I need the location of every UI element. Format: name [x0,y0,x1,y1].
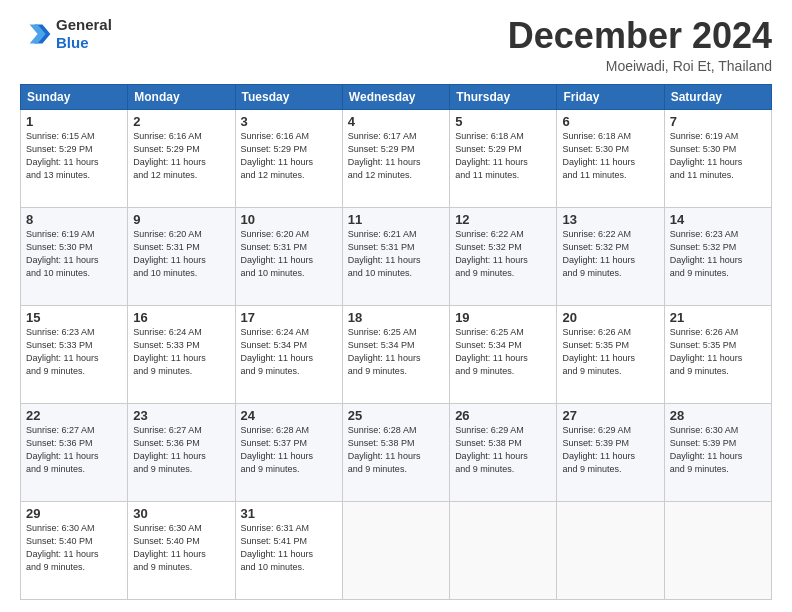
calendar-cell: 4Sunrise: 6:17 AM Sunset: 5:29 PM Daylig… [342,109,449,207]
calendar-cell: 14Sunrise: 6:23 AM Sunset: 5:32 PM Dayli… [664,207,771,305]
day-info: Sunrise: 6:30 AM Sunset: 5:40 PM Dayligh… [26,522,122,574]
day-info: Sunrise: 6:15 AM Sunset: 5:29 PM Dayligh… [26,130,122,182]
day-of-week-header: Thursday [450,84,557,109]
calendar-cell [342,501,449,599]
calendar-cell: 27Sunrise: 6:29 AM Sunset: 5:39 PM Dayli… [557,403,664,501]
day-of-week-header: Wednesday [342,84,449,109]
day-info: Sunrise: 6:20 AM Sunset: 5:31 PM Dayligh… [133,228,229,280]
day-number: 3 [241,114,337,129]
day-info: Sunrise: 6:27 AM Sunset: 5:36 PM Dayligh… [133,424,229,476]
day-info: Sunrise: 6:25 AM Sunset: 5:34 PM Dayligh… [348,326,444,378]
day-number: 28 [670,408,766,423]
day-number: 14 [670,212,766,227]
calendar-cell: 30Sunrise: 6:30 AM Sunset: 5:40 PM Dayli… [128,501,235,599]
calendar-cell: 10Sunrise: 6:20 AM Sunset: 5:31 PM Dayli… [235,207,342,305]
day-info: Sunrise: 6:21 AM Sunset: 5:31 PM Dayligh… [348,228,444,280]
day-info: Sunrise: 6:16 AM Sunset: 5:29 PM Dayligh… [133,130,229,182]
day-info: Sunrise: 6:26 AM Sunset: 5:35 PM Dayligh… [670,326,766,378]
calendar-cell: 18Sunrise: 6:25 AM Sunset: 5:34 PM Dayli… [342,305,449,403]
calendar-header-row: SundayMondayTuesdayWednesdayThursdayFrid… [21,84,772,109]
calendar-cell: 8Sunrise: 6:19 AM Sunset: 5:30 PM Daylig… [21,207,128,305]
day-info: Sunrise: 6:22 AM Sunset: 5:32 PM Dayligh… [455,228,551,280]
day-of-week-header: Saturday [664,84,771,109]
day-number: 11 [348,212,444,227]
day-info: Sunrise: 6:30 AM Sunset: 5:40 PM Dayligh… [133,522,229,574]
day-number: 26 [455,408,551,423]
day-info: Sunrise: 6:27 AM Sunset: 5:36 PM Dayligh… [26,424,122,476]
logo-blue: Blue [56,34,89,51]
day-number: 6 [562,114,658,129]
calendar-cell: 31Sunrise: 6:31 AM Sunset: 5:41 PM Dayli… [235,501,342,599]
day-number: 31 [241,506,337,521]
day-info: Sunrise: 6:19 AM Sunset: 5:30 PM Dayligh… [26,228,122,280]
calendar-cell: 24Sunrise: 6:28 AM Sunset: 5:37 PM Dayli… [235,403,342,501]
calendar-cell: 28Sunrise: 6:30 AM Sunset: 5:39 PM Dayli… [664,403,771,501]
location: Moeiwadi, Roi Et, Thailand [508,58,772,74]
header: General Blue December 2024 Moeiwadi, Roi… [20,16,772,74]
logo-icon [20,18,52,50]
day-info: Sunrise: 6:24 AM Sunset: 5:33 PM Dayligh… [133,326,229,378]
day-number: 21 [670,310,766,325]
calendar-cell: 29Sunrise: 6:30 AM Sunset: 5:40 PM Dayli… [21,501,128,599]
day-info: Sunrise: 6:17 AM Sunset: 5:29 PM Dayligh… [348,130,444,182]
day-info: Sunrise: 6:20 AM Sunset: 5:31 PM Dayligh… [241,228,337,280]
day-info: Sunrise: 6:29 AM Sunset: 5:39 PM Dayligh… [562,424,658,476]
calendar-cell: 17Sunrise: 6:24 AM Sunset: 5:34 PM Dayli… [235,305,342,403]
day-number: 4 [348,114,444,129]
day-info: Sunrise: 6:18 AM Sunset: 5:30 PM Dayligh… [562,130,658,182]
calendar-cell: 6Sunrise: 6:18 AM Sunset: 5:30 PM Daylig… [557,109,664,207]
calendar-week-row: 15Sunrise: 6:23 AM Sunset: 5:33 PM Dayli… [21,305,772,403]
day-number: 22 [26,408,122,423]
calendar-cell: 21Sunrise: 6:26 AM Sunset: 5:35 PM Dayli… [664,305,771,403]
day-number: 19 [455,310,551,325]
calendar-cell: 15Sunrise: 6:23 AM Sunset: 5:33 PM Dayli… [21,305,128,403]
calendar-cell [557,501,664,599]
calendar-cell [664,501,771,599]
day-info: Sunrise: 6:29 AM Sunset: 5:38 PM Dayligh… [455,424,551,476]
logo-general: General [56,16,112,33]
calendar-cell: 7Sunrise: 6:19 AM Sunset: 5:30 PM Daylig… [664,109,771,207]
calendar-cell: 11Sunrise: 6:21 AM Sunset: 5:31 PM Dayli… [342,207,449,305]
day-number: 13 [562,212,658,227]
calendar-cell: 2Sunrise: 6:16 AM Sunset: 5:29 PM Daylig… [128,109,235,207]
calendar-week-row: 22Sunrise: 6:27 AM Sunset: 5:36 PM Dayli… [21,403,772,501]
calendar-cell [450,501,557,599]
calendar-cell: 1Sunrise: 6:15 AM Sunset: 5:29 PM Daylig… [21,109,128,207]
day-number: 5 [455,114,551,129]
day-info: Sunrise: 6:25 AM Sunset: 5:34 PM Dayligh… [455,326,551,378]
logo-text: General Blue [56,16,112,52]
day-number: 29 [26,506,122,521]
day-number: 20 [562,310,658,325]
calendar-cell: 12Sunrise: 6:22 AM Sunset: 5:32 PM Dayli… [450,207,557,305]
calendar-cell: 9Sunrise: 6:20 AM Sunset: 5:31 PM Daylig… [128,207,235,305]
calendar-cell: 13Sunrise: 6:22 AM Sunset: 5:32 PM Dayli… [557,207,664,305]
day-number: 24 [241,408,337,423]
day-of-week-header: Monday [128,84,235,109]
day-number: 10 [241,212,337,227]
calendar-cell: 22Sunrise: 6:27 AM Sunset: 5:36 PM Dayli… [21,403,128,501]
calendar: SundayMondayTuesdayWednesdayThursdayFrid… [20,84,772,600]
day-number: 15 [26,310,122,325]
day-number: 8 [26,212,122,227]
day-of-week-header: Sunday [21,84,128,109]
month-title: December 2024 [508,16,772,56]
day-info: Sunrise: 6:30 AM Sunset: 5:39 PM Dayligh… [670,424,766,476]
day-number: 2 [133,114,229,129]
calendar-week-row: 29Sunrise: 6:30 AM Sunset: 5:40 PM Dayli… [21,501,772,599]
title-block: December 2024 Moeiwadi, Roi Et, Thailand [508,16,772,74]
calendar-cell: 16Sunrise: 6:24 AM Sunset: 5:33 PM Dayli… [128,305,235,403]
day-info: Sunrise: 6:18 AM Sunset: 5:29 PM Dayligh… [455,130,551,182]
day-info: Sunrise: 6:26 AM Sunset: 5:35 PM Dayligh… [562,326,658,378]
day-number: 1 [26,114,122,129]
calendar-week-row: 8Sunrise: 6:19 AM Sunset: 5:30 PM Daylig… [21,207,772,305]
calendar-week-row: 1Sunrise: 6:15 AM Sunset: 5:29 PM Daylig… [21,109,772,207]
day-number: 30 [133,506,229,521]
day-number: 27 [562,408,658,423]
logo: General Blue [20,16,112,52]
day-number: 23 [133,408,229,423]
calendar-cell: 5Sunrise: 6:18 AM Sunset: 5:29 PM Daylig… [450,109,557,207]
day-info: Sunrise: 6:28 AM Sunset: 5:38 PM Dayligh… [348,424,444,476]
day-info: Sunrise: 6:31 AM Sunset: 5:41 PM Dayligh… [241,522,337,574]
day-number: 12 [455,212,551,227]
calendar-cell: 19Sunrise: 6:25 AM Sunset: 5:34 PM Dayli… [450,305,557,403]
